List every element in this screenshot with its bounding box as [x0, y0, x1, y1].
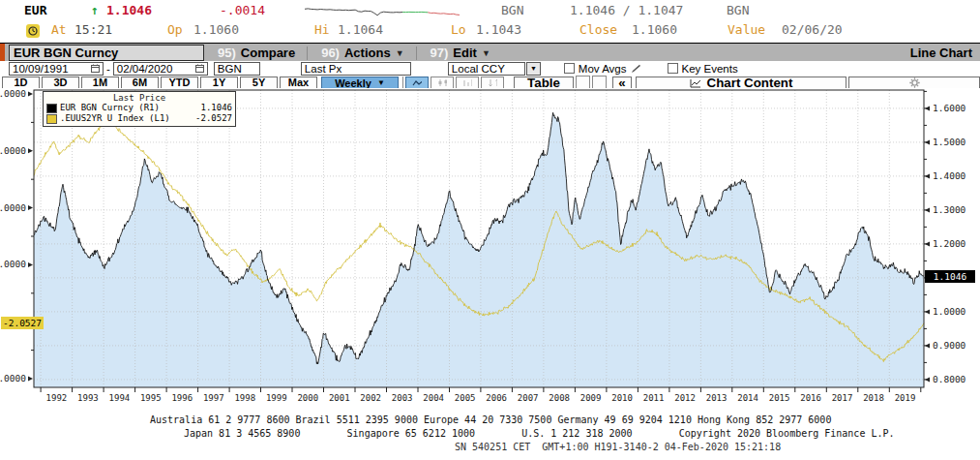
quote-header-row2: At 15:21 Op 1.1060 Hi 1.1064 Lo 1.1043 C… — [0, 22, 980, 41]
chart-legend: Last Price EUR BGN Curncy (R1) 1.1046 .E… — [43, 91, 236, 127]
gear-icon — [909, 77, 920, 88]
key-events-toggle[interactable]: Key Events — [668, 63, 738, 75]
chart-area: 1.60001.50001.40001.30001.20001.00000.90… — [0, 88, 980, 412]
close-label: Close — [579, 22, 617, 37]
chart-mode-label: Line Chart — [910, 46, 972, 60]
svg-text:2007: 2007 — [518, 393, 539, 403]
open-value: 1.1060 — [193, 22, 239, 37]
svg-text:1.0000: 1.0000 — [933, 306, 966, 317]
key-events-checkbox[interactable] — [668, 63, 678, 74]
svg-text:2001: 2001 — [329, 393, 350, 403]
price-change: -.0014 — [220, 3, 265, 17]
svg-text:2019: 2019 — [895, 393, 916, 403]
pencil-icon[interactable] — [631, 64, 642, 74]
svg-text:2012: 2012 — [674, 393, 696, 403]
ticker-symbol: EUR — [24, 3, 46, 17]
svg-text:1997: 1997 — [203, 393, 224, 403]
footer-contact-line2: Japan 81 3 4565 8900 Singapore 65 6212 1… — [0, 427, 980, 441]
mov-avgs-toggle[interactable]: Mov Avgs — [564, 63, 642, 75]
chevron-down-icon: ▼ — [377, 78, 385, 87]
date-range-separator: - — [106, 63, 110, 75]
high-label: Hi — [314, 22, 330, 37]
last-price-axis-marker: 1.1046 — [925, 270, 975, 283]
up-arrow-icon: ↑ — [91, 3, 99, 17]
svg-text:1.5000: 1.5000 — [933, 137, 966, 147]
menu-edit-number: 97) — [431, 46, 449, 60]
calendar-icon — [195, 64, 204, 73]
at-label: At — [51, 22, 67, 37]
panel-edge-tab — [0, 44, 5, 62]
bloomberg-terminal-window: EUR ↑ 1.1046 -.0014 BGN 1.1046 / 1.1047 … — [0, 0, 980, 460]
svg-text:2008: 2008 — [549, 393, 570, 403]
low-label: Lo — [451, 22, 466, 37]
x-axis: 1992199319941995199619971998199920002001… — [41, 387, 921, 403]
legend-title: Last Price — [46, 93, 232, 103]
legend-swatch-yellow — [46, 114, 57, 124]
last-price: 1.1046 — [106, 3, 152, 17]
legend-label: EUR BGN Curncy (R1) — [60, 103, 160, 113]
svg-text:2.0000: 2.0000 — [0, 202, 26, 213]
svg-text:6.0000: 6.0000 — [0, 88, 26, 99]
currency-dropdown-button[interactable]: ▼ — [526, 62, 541, 76]
date-from-value: 10/09/1991 — [13, 63, 69, 75]
svg-text:1995: 1995 — [140, 393, 162, 403]
legend-value: 1.1046 — [200, 103, 232, 113]
svg-text:2015: 2015 — [769, 393, 790, 403]
svg-text:2009: 2009 — [580, 393, 602, 403]
svg-text:1.3000: 1.3000 — [933, 204, 966, 215]
menu-actions-number: 96) — [321, 46, 340, 60]
svg-text:2006: 2006 — [486, 393, 507, 403]
menu-divider — [307, 46, 308, 60]
legend-value: -2.0527 — [195, 113, 232, 124]
chevron-down-icon: ▼ — [482, 48, 490, 58]
legend-item-spread: .EUUS2YR U Index (L1) -2.0527 — [46, 113, 232, 124]
svg-text:1.4000: 1.4000 — [933, 170, 966, 181]
svg-text:2011: 2011 — [643, 393, 665, 403]
currency-selector[interactable]: Local CCY — [448, 62, 525, 76]
svg-text:1992: 1992 — [46, 393, 68, 403]
filter-row: 10/09/1991 - 02/04/2020 BGN Last Px Loca… — [0, 61, 980, 77]
value-date: 02/06/20 — [782, 22, 843, 37]
legend-label: .EUUS2YR U Index (L1) — [60, 113, 170, 124]
chevron-down-icon: ▼ — [396, 48, 404, 58]
low-value: 1.1043 — [476, 22, 521, 37]
footer-contact-line1: Australia 61 2 9777 8600 Brazil 5511 239… — [0, 412, 980, 427]
field-selector[interactable]: Last Px — [301, 62, 411, 76]
mov-avgs-label: Mov Avgs — [579, 63, 627, 75]
svg-text:-4.0000: -4.0000 — [0, 373, 26, 383]
svg-text:1994: 1994 — [109, 393, 131, 403]
intraday-sparkline — [305, 3, 464, 21]
svg-text:2018: 2018 — [863, 393, 884, 403]
menu-actions[interactable]: 96) Actions ▼ — [321, 46, 403, 60]
svg-text:0.9000: 0.9000 — [933, 340, 966, 351]
svg-text:2003: 2003 — [392, 393, 413, 403]
date-to-input[interactable]: 02/04/2020 — [113, 62, 208, 76]
svg-text:2005: 2005 — [455, 393, 476, 403]
security-ticker-box[interactable]: EUR BGN Curncy — [9, 45, 204, 61]
calendar-icon — [91, 64, 100, 73]
svg-text:1.6000: 1.6000 — [933, 103, 966, 113]
svg-text:1996: 1996 — [171, 393, 193, 403]
svg-text:2010: 2010 — [611, 393, 633, 403]
svg-text:2000: 2000 — [297, 393, 318, 403]
legend-item-eur: EUR BGN Curncy (R1) 1.1046 — [46, 103, 232, 113]
menu-divider — [416, 46, 417, 60]
svg-text:1993: 1993 — [77, 393, 99, 403]
open-label: Op — [167, 22, 183, 37]
svg-text:2004: 2004 — [423, 393, 444, 403]
mov-avgs-checkbox[interactable] — [564, 63, 575, 74]
date-from-input[interactable]: 10/09/1991 — [9, 62, 104, 76]
menu-edit[interactable]: 97) Edit ▼ — [431, 46, 490, 60]
svg-text:2014: 2014 — [737, 393, 758, 403]
svg-text:2013: 2013 — [706, 393, 728, 403]
quote-header-row1: EUR ↑ 1.1046 -.0014 BGN 1.1046 / 1.1047 … — [0, 3, 980, 21]
source-selector[interactable]: BGN — [214, 62, 260, 76]
svg-text:1998: 1998 — [234, 393, 255, 403]
bid-ask: 1.1046 / 1.1047 — [570, 3, 683, 17]
price-chart[interactable]: 1.60001.50001.40001.30001.20001.00000.90… — [0, 88, 980, 412]
legend-swatch-black — [46, 104, 57, 113]
footer-session-info: SN 540251 CET GMT+1:00 H191-3140-2 04-Fe… — [0, 441, 980, 454]
svg-text:1999: 1999 — [266, 393, 287, 403]
menu-compare[interactable]: 95) Compare — [218, 46, 295, 60]
svg-text:2016: 2016 — [800, 393, 821, 403]
